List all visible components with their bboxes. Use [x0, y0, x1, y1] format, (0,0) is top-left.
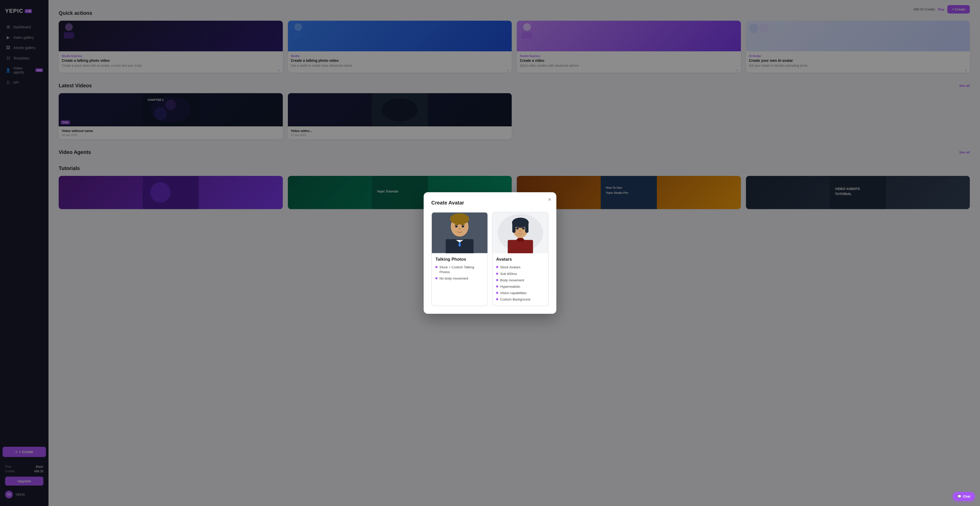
avatars-image [493, 212, 548, 253]
svg-rect-36 [461, 225, 465, 226]
modal-options: Talking Photos Stock + Custom Talking Ph… [431, 212, 549, 306]
talking-photos-title: Talking Photos [435, 257, 484, 262]
svg-point-47 [516, 228, 519, 230]
talking-photos-features: Stock + Custom Talking Photos No body mo… [435, 265, 484, 281]
modal-title: Create Avatar [431, 200, 549, 206]
chat-label: Chat [963, 495, 970, 498]
svg-point-48 [522, 228, 525, 230]
bullet-dot [496, 273, 498, 275]
svg-rect-46 [525, 223, 528, 233]
talking-photos-option[interactable]: Talking Photos Stock + Custom Talking Ph… [431, 212, 488, 306]
talking-photos-feature-0: Stock + Custom Talking Photos [435, 265, 484, 274]
avatars-feature-3: Hyperrealistic [496, 285, 545, 289]
avatars-feature-5: Custom Background [496, 297, 545, 302]
bullet-dot [496, 285, 498, 288]
avatars-option[interactable]: Avatars Stock Avatars Sub 600ms Body [492, 212, 549, 306]
svg-point-28 [450, 213, 469, 225]
chat-button[interactable]: 💬 Chat [953, 492, 975, 501]
avatars-feature-0: Stock Avatars [496, 265, 545, 270]
modal-overlay[interactable]: Create Avatar × [0, 0, 980, 506]
svg-point-42 [517, 238, 524, 242]
svg-rect-35 [455, 225, 458, 226]
create-avatar-modal: Create Avatar × [424, 192, 556, 313]
talking-photos-feature-1: No body movement [435, 276, 484, 281]
bullet-dot [496, 298, 498, 300]
chat-icon: 💬 [957, 495, 961, 498]
svg-rect-49 [516, 227, 519, 227]
bullet-dot [496, 266, 498, 268]
bullet-dot [435, 277, 438, 279]
svg-point-34 [462, 226, 464, 228]
avatars-feature-4: Vision capabilities [496, 291, 545, 295]
svg-point-33 [455, 226, 458, 228]
bullet-dot [496, 292, 498, 294]
avatars-body: Avatars Stock Avatars Sub 600ms Body [493, 253, 548, 306]
svg-rect-45 [512, 223, 515, 233]
bullet-dot [496, 279, 498, 281]
avatars-title: Avatars [496, 257, 545, 262]
talking-photos-body: Talking Photos Stock + Custom Talking Ph… [432, 253, 487, 285]
modal-close-button[interactable]: × [548, 197, 551, 202]
avatars-feature-1: Sub 600ms [496, 272, 545, 276]
svg-point-37 [458, 228, 461, 231]
avatars-features: Stock Avatars Sub 600ms Body movement [496, 265, 545, 302]
bullet-dot [435, 266, 438, 268]
svg-rect-50 [522, 227, 525, 227]
avatars-feature-2: Body movement [496, 278, 545, 283]
talking-photos-image [432, 212, 487, 253]
svg-point-51 [520, 230, 522, 232]
